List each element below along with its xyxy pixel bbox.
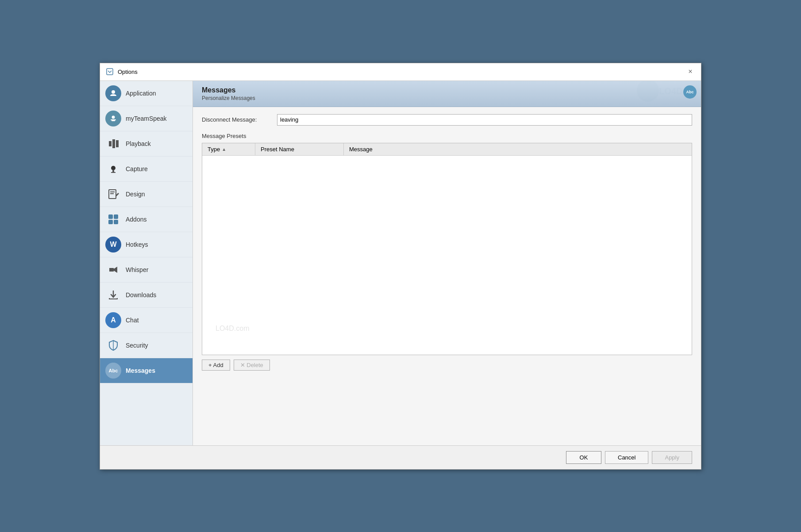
col-header-preset: Preset Name [255, 143, 344, 155]
messages-icon: Abc [105, 363, 121, 379]
svg-point-21 [643, 82, 652, 91]
sidebar-item-hotkeys[interactable]: W Hotkeys [100, 232, 193, 257]
table-body: LO4D.com [202, 156, 692, 350]
content-header: Messages Personalize Messages LO4D Abc [193, 81, 701, 107]
svg-rect-16 [108, 220, 113, 224]
sidebar-label-addons: Addons [126, 216, 146, 223]
svg-rect-4 [112, 120, 115, 121]
sidebar-item-playback[interactable]: Playback [100, 131, 193, 157]
svg-marker-18 [109, 268, 114, 272]
sidebar-item-security[interactable]: Security [100, 333, 193, 358]
svg-text:LO4D: LO4D [659, 86, 682, 96]
sidebar-label-chat: Chat [126, 317, 139, 324]
title-bar: Options × [100, 63, 701, 81]
options-window: Options × Application [100, 63, 701, 470]
window-footer: OK Cancel Apply [100, 445, 701, 469]
playback-icon [105, 136, 121, 152]
col-header-type: Type ▲ [202, 143, 255, 155]
add-button[interactable]: + Add [202, 360, 230, 371]
security-icon [105, 337, 121, 353]
svg-marker-19 [114, 267, 117, 273]
hotkeys-icon: W [105, 237, 121, 253]
sidebar-item-application[interactable]: Application [100, 81, 193, 106]
ok-button[interactable]: OK [566, 451, 601, 464]
svg-point-2 [112, 115, 115, 119]
apply-button[interactable]: Apply [652, 451, 692, 464]
svg-rect-17 [114, 220, 118, 224]
delete-button[interactable]: ✕ Delete [234, 360, 270, 371]
main-content: Messages Personalize Messages LO4D Abc [193, 81, 701, 445]
header-watermark: LO4D [630, 81, 683, 107]
table-header: Type ▲ Preset Name Message [202, 143, 692, 156]
sidebar-label-playback: Playback [126, 140, 151, 147]
sidebar-label-design: Design [126, 191, 145, 198]
sidebar-item-chat[interactable]: A Chat [100, 308, 193, 333]
sidebar-item-messages[interactable]: Abc Messages [100, 358, 193, 383]
design-icon [105, 186, 121, 202]
capture-icon [105, 161, 121, 177]
sidebar-label-hotkeys: Hotkeys [126, 241, 148, 248]
application-icon [105, 85, 121, 101]
sidebar-item-downloads[interactable]: Downloads [100, 283, 193, 308]
disconnect-message-row: Disconnect Message: [202, 114, 692, 126]
addons-icon [105, 211, 121, 227]
sidebar-item-myteamspeak[interactable]: myTeamSpeak [100, 106, 193, 131]
svg-marker-7 [116, 140, 119, 147]
chat-icon: A [105, 312, 121, 328]
svg-rect-3 [111, 119, 116, 120]
header-abc-badge: Abc [683, 85, 697, 99]
table-toolbar: + Add ✕ Delete [202, 360, 692, 371]
sidebar-label-application: Application [126, 90, 156, 97]
disconnect-input[interactable] [277, 114, 692, 126]
presets-table-container: Type ▲ Preset Name Message LO4D.com [202, 143, 692, 355]
sidebar: Application myTeamSpeak [100, 81, 193, 445]
sidebar-label-capture: Capture [126, 165, 148, 172]
svg-point-1 [112, 90, 115, 94]
sort-arrow-icon: ▲ [222, 147, 226, 152]
content-body: Disconnect Message: Message Presets Type… [193, 107, 701, 445]
title-bar-left: Options [105, 67, 138, 76]
cancel-button[interactable]: Cancel [605, 451, 648, 464]
svg-point-8 [111, 166, 116, 170]
svg-rect-0 [107, 69, 113, 75]
sidebar-label-whisper: Whisper [126, 266, 148, 273]
sidebar-label-downloads: Downloads [126, 291, 156, 299]
sidebar-label-messages: Messages [126, 367, 155, 374]
content-title: Messages [202, 86, 692, 94]
svg-rect-14 [108, 214, 113, 219]
presets-section-label: Message Presets [202, 133, 692, 139]
svg-rect-15 [114, 214, 118, 219]
svg-marker-6 [112, 139, 115, 148]
myteamspeak-icon [105, 111, 121, 126]
sidebar-item-capture[interactable]: Capture [100, 157, 193, 182]
close-button[interactable]: × [685, 66, 696, 77]
disconnect-label: Disconnect Message: [202, 116, 273, 123]
table-watermark: LO4D.com [216, 325, 249, 333]
sidebar-item-design[interactable]: Design [100, 182, 193, 207]
sidebar-label-myteamspeak: myTeamSpeak [126, 115, 167, 122]
window-title: Options [118, 69, 138, 75]
window-body: Application myTeamSpeak [100, 81, 701, 445]
whisper-icon [105, 262, 121, 278]
sidebar-item-addons[interactable]: Addons [100, 207, 193, 232]
col-header-message: Message [344, 143, 692, 155]
sidebar-item-whisper[interactable]: Whisper [100, 257, 193, 283]
content-subtitle: Personalize Messages [202, 95, 692, 101]
downloads-icon [105, 287, 121, 303]
window-icon [105, 67, 114, 76]
svg-marker-5 [109, 141, 112, 146]
sidebar-label-security: Security [126, 342, 148, 349]
